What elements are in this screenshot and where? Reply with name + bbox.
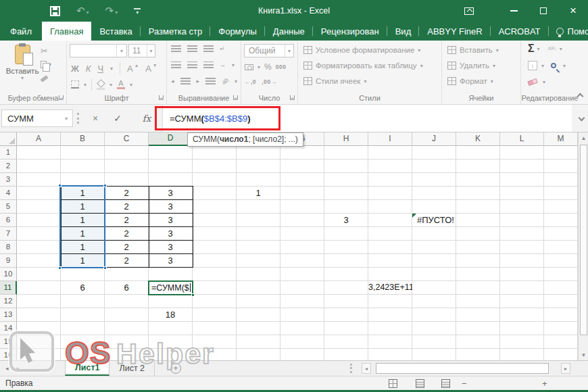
cell-F8[interactable] bbox=[237, 241, 280, 254]
cell-C13[interactable] bbox=[105, 308, 149, 322]
tab-ACROBAT[interactable]: ACROBAT bbox=[491, 22, 549, 41]
cell-F12[interactable] bbox=[237, 295, 280, 308]
column-header-D[interactable]: D bbox=[149, 132, 193, 146]
font-size-combo[interactable]: 11▾ bbox=[128, 44, 155, 57]
cell-G4[interactable] bbox=[280, 187, 324, 200]
cell-A15[interactable] bbox=[17, 335, 61, 349]
cell-B6[interactable]: 1 bbox=[61, 214, 105, 227]
cut-button[interactable]: ✂ bbox=[41, 46, 48, 56]
cell-M11[interactable] bbox=[544, 281, 578, 295]
cell-C3[interactable] bbox=[105, 173, 149, 187]
cell-J9[interactable] bbox=[412, 254, 456, 268]
cell-M16[interactable] bbox=[544, 349, 578, 360]
cell-J15[interactable] bbox=[412, 335, 456, 349]
cell-G5[interactable] bbox=[280, 200, 324, 214]
align-bottom-icon[interactable] bbox=[203, 45, 214, 52]
sheet-nav-left-icon[interactable]: ◂ bbox=[5, 365, 9, 372]
cell-E14[interactable] bbox=[193, 322, 237, 335]
cell-F15[interactable] bbox=[237, 335, 280, 349]
cell-J3[interactable] bbox=[412, 173, 456, 187]
column-header-H[interactable]: H bbox=[324, 132, 368, 146]
number-format-combo[interactable]: Общий▾ bbox=[244, 44, 294, 57]
cell-E1[interactable] bbox=[193, 146, 237, 160]
cell-E8[interactable] bbox=[193, 241, 237, 254]
cell-B14[interactable] bbox=[61, 322, 105, 335]
cell-K1[interactable] bbox=[456, 146, 500, 160]
cell-M2[interactable] bbox=[544, 160, 578, 173]
zoom-out-icon[interactable]: − bbox=[462, 378, 467, 389]
cell-G14[interactable] bbox=[280, 322, 324, 335]
cell-L16[interactable] bbox=[500, 349, 544, 360]
autosum-icon[interactable]: Σ bbox=[528, 44, 535, 53]
cell-F9[interactable] bbox=[237, 254, 280, 268]
cell-I11[interactable]: 3,2423E+11 bbox=[368, 281, 412, 295]
cell-H4[interactable] bbox=[324, 187, 368, 200]
cell-K13[interactable] bbox=[456, 308, 500, 322]
cell-D15[interactable] bbox=[149, 335, 193, 349]
cell-M9[interactable] bbox=[544, 254, 578, 268]
cell-J4[interactable] bbox=[412, 187, 456, 200]
column-header-C[interactable]: C bbox=[105, 132, 149, 146]
cell-D13[interactable]: 18 bbox=[149, 308, 193, 322]
cell-A6[interactable] bbox=[17, 214, 61, 227]
sheet-tab-Лист1[interactable]: Лист1 bbox=[65, 361, 109, 376]
vertical-scrollbar[interactable]: ▲ ▼ bbox=[578, 132, 588, 360]
cell-J16[interactable] bbox=[412, 349, 456, 360]
cell-A11[interactable] bbox=[17, 281, 61, 295]
row-header-3[interactable]: 3 bbox=[0, 173, 17, 187]
cell-C2[interactable] bbox=[105, 160, 149, 173]
cell-I3[interactable] bbox=[368, 173, 412, 187]
cell-H3[interactable] bbox=[324, 173, 368, 187]
cell-K15[interactable] bbox=[456, 335, 500, 349]
cell-I15[interactable] bbox=[368, 335, 412, 349]
cell-D9[interactable]: 3 bbox=[149, 254, 193, 268]
cell-I14[interactable] bbox=[368, 322, 412, 335]
cell-K8[interactable] bbox=[456, 241, 500, 254]
row-header-9[interactable]: 9 bbox=[0, 254, 17, 268]
expand-formula-bar-icon[interactable] bbox=[579, 115, 585, 122]
cell-B1[interactable] bbox=[61, 146, 105, 160]
horizontal-scroll-thumb[interactable] bbox=[376, 363, 549, 374]
undo-button[interactable]: ↶▾ bbox=[76, 5, 89, 17]
cell-F5[interactable] bbox=[237, 200, 280, 214]
column-header-I[interactable]: I bbox=[368, 132, 412, 146]
cell-I7[interactable] bbox=[368, 227, 412, 241]
cell-E6[interactable] bbox=[193, 214, 237, 227]
shrink-font-button[interactable]: А▼ bbox=[145, 64, 157, 74]
cell-C9[interactable]: 2 bbox=[105, 254, 149, 268]
cell-C11[interactable]: 6 bbox=[105, 281, 149, 295]
cell-D4[interactable]: 3 bbox=[149, 187, 193, 200]
style-1-button[interactable]: Условное форматирование▾ bbox=[303, 46, 420, 54]
merge-center-icon[interactable]: ↔ bbox=[220, 62, 226, 68]
cell-B15[interactable] bbox=[61, 335, 105, 349]
cell-L7[interactable] bbox=[500, 227, 544, 241]
cell-D16[interactable] bbox=[149, 349, 193, 360]
cell-K6[interactable] bbox=[456, 214, 500, 227]
column-header-M[interactable]: M bbox=[544, 132, 578, 146]
cell-L4[interactable] bbox=[500, 187, 544, 200]
cells-1-button[interactable]: Вставить▾ bbox=[447, 46, 499, 54]
italic-button[interactable]: К bbox=[86, 64, 91, 74]
cell-B11[interactable]: 6 bbox=[61, 281, 105, 295]
align-right-icon[interactable] bbox=[203, 62, 214, 68]
cell-G7[interactable] bbox=[280, 227, 324, 241]
sheet-tab-Лист2[interactable]: Лист 2 bbox=[109, 361, 155, 376]
cell-J10[interactable] bbox=[412, 268, 456, 281]
tab-Разметка стр[interactable]: Разметка стр bbox=[141, 22, 210, 41]
cell-B4[interactable]: 1 bbox=[61, 187, 105, 200]
tab-Файл[interactable]: Файл bbox=[0, 22, 42, 41]
borders-icon[interactable] bbox=[71, 80, 79, 89]
cell-C4[interactable]: 2 bbox=[105, 187, 149, 200]
fill-down-icon[interactable]: ↓ bbox=[528, 61, 537, 70]
percent-style-icon[interactable]: % bbox=[264, 62, 272, 72]
cell-L9[interactable] bbox=[500, 254, 544, 268]
cell-B12[interactable] bbox=[61, 295, 105, 308]
cell-F16[interactable] bbox=[237, 349, 280, 360]
cell-B9[interactable]: 1 bbox=[61, 254, 105, 268]
fill-color-icon[interactable] bbox=[97, 80, 105, 89]
format-painter-button[interactable] bbox=[41, 77, 48, 80]
tab-Рецензирован[interactable]: Рецензирован bbox=[313, 22, 387, 41]
cell-L3[interactable] bbox=[500, 173, 544, 187]
tab-Вид[interactable]: Вид bbox=[387, 22, 420, 41]
cell-I1[interactable] bbox=[368, 146, 412, 160]
